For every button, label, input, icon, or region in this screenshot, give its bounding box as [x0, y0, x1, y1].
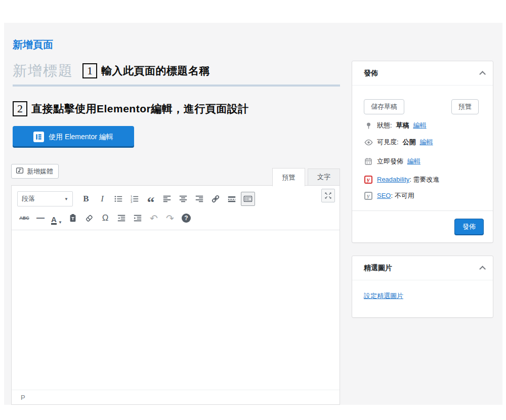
preview-button[interactable]: 預覽: [451, 99, 479, 114]
schedule-edit-link[interactable]: 編輯: [407, 157, 420, 166]
calendar-icon: [364, 157, 373, 165]
schedule-row: 立即發佈 編輯: [364, 157, 420, 166]
bullet-list-button[interactable]: [111, 192, 125, 206]
title-field-row: 新增標題 1 輸入此頁面的標題名稱: [13, 59, 342, 82]
status-edit-link[interactable]: 編輯: [413, 121, 427, 130]
screenshot-root: 新增頁面 新增標題 1 輸入此頁面的標題名稱 2 直接點擊使用Elementor…: [0, 0, 506, 420]
status-label: 狀態:: [377, 121, 392, 130]
element-path[interactable]: P: [21, 394, 25, 401]
title-input-underline: [13, 85, 340, 87]
tab-text-label: 文字: [317, 173, 330, 182]
help-icon: ?: [182, 214, 191, 223]
paragraph-format-select[interactable]: 段落 ▼: [17, 191, 73, 206]
collapse-chevron-icon[interactable]: [479, 71, 486, 77]
step1-text: 輸入此頁面的標題名稱: [101, 64, 210, 78]
chevron-down-icon: ▼: [58, 220, 62, 225]
elementor-icon: [33, 132, 44, 142]
step2-text: 直接點擊使用Elementor編輯，進行頁面設計: [31, 102, 249, 116]
horizontal-rule-button[interactable]: —: [33, 211, 48, 225]
redo-button[interactable]: ↷: [163, 211, 177, 225]
seo-value: : 不可用: [391, 192, 414, 199]
readability-row: y Readability: 需要改進: [364, 175, 440, 184]
readability-link[interactable]: Readability: [377, 176, 409, 183]
help-button[interactable]: ?: [179, 211, 193, 225]
status-row: 狀態: 草稿 編輯: [364, 121, 427, 130]
toolbar-row-2: ABC — A ▼ Ω: [17, 211, 193, 225]
editor-toolbar: 段落 ▼ B I 123 “: [12, 186, 340, 230]
paste-as-text-icon[interactable]: [66, 211, 80, 225]
special-character-button[interactable]: Ω: [98, 211, 112, 225]
yoast-readability-icon: y: [364, 176, 373, 184]
featured-panel-body: 設定精選圖片: [352, 280, 493, 312]
publish-panel-title: 發佈: [364, 69, 378, 78]
elementor-button-label: 使用 Elementor 編輯: [49, 133, 113, 142]
classic-editor: 段落 ▼ B I 123 “: [11, 185, 340, 405]
wp-admin-area: 新增頁面 新增標題 1 輸入此頁面的標題名稱 2 直接點擊使用Elementor…: [4, 23, 502, 405]
annotation-step1: 1 輸入此頁面的標題名稱: [82, 63, 210, 78]
seo-link[interactable]: SEO: [377, 192, 391, 199]
text-color-button[interactable]: A ▼: [50, 211, 64, 225]
read-more-tag-button[interactable]: [225, 192, 239, 206]
toolbar-row-1: 段落 ▼ B I 123 “: [17, 191, 255, 206]
collapse-chevron-icon[interactable]: [479, 266, 486, 272]
edit-with-elementor-button[interactable]: 使用 Elementor 編輯: [13, 126, 134, 148]
save-draft-button[interactable]: 儲存草稿: [364, 99, 404, 114]
annotation-step2: 2 直接點擊使用Elementor編輯，進行頁面設計: [13, 101, 249, 116]
clear-formatting-icon[interactable]: [82, 211, 96, 225]
text-color-glyph: A: [51, 216, 57, 225]
pin-icon: [364, 122, 373, 130]
visibility-value: 公開: [403, 138, 416, 147]
publish-panel: 發佈 儲存草稿 預覽 狀態: 草稿 編輯 可見度: 公開 編輯: [352, 61, 493, 243]
featured-panel-header[interactable]: 精選圖片: [352, 256, 493, 280]
status-value: 草稿: [396, 121, 409, 130]
step1-number-badge: 1: [82, 63, 97, 78]
publish-panel-header[interactable]: 發佈: [352, 61, 493, 86]
paragraph-select-value: 段落: [22, 194, 35, 203]
title-input[interactable]: 新增標題: [13, 61, 73, 80]
yoast-seo-icon: y: [364, 192, 373, 200]
bold-button[interactable]: B: [79, 192, 93, 206]
publish-footer-divider: [352, 211, 493, 211]
tab-visual-label: 預覽: [282, 173, 296, 182]
editor-status-bar: P: [12, 390, 340, 404]
readability-value: : 需要改進: [409, 176, 439, 183]
link-icon[interactable]: [208, 192, 223, 206]
schedule-label: 立即發佈: [377, 157, 403, 166]
blockquote-button[interactable]: “: [144, 192, 158, 206]
align-left-button[interactable]: [160, 192, 174, 206]
seo-row: y SEO: 不可用: [364, 191, 414, 200]
set-featured-image-link[interactable]: 設定精選圖片: [364, 292, 403, 300]
outdent-button[interactable]: [114, 211, 129, 225]
numbered-list-button[interactable]: 123: [128, 192, 142, 206]
tab-text[interactable]: 文字: [308, 169, 340, 186]
eye-icon: [364, 138, 373, 147]
tab-visual[interactable]: 預覽: [272, 168, 305, 186]
visibility-edit-link[interactable]: 編輯: [420, 138, 433, 147]
align-right-button[interactable]: [192, 192, 206, 206]
chevron-down-icon: ▼: [64, 197, 68, 201]
align-center-button[interactable]: [176, 192, 190, 206]
strikethrough-button[interactable]: ABC: [17, 211, 31, 225]
media-icon: [16, 166, 24, 176]
undo-button[interactable]: ↶: [147, 211, 161, 225]
add-media-label: 新增媒體: [27, 167, 53, 176]
step2-number-badge: 2: [13, 101, 27, 116]
page-title: 新增頁面: [13, 38, 53, 52]
editor-content-area[interactable]: [12, 230, 340, 390]
featured-panel-title: 精選圖片: [364, 264, 392, 273]
distraction-free-button[interactable]: [321, 189, 335, 202]
add-media-button[interactable]: 新增媒體: [11, 164, 59, 179]
publish-button[interactable]: 發佈: [454, 219, 484, 235]
italic-button[interactable]: I: [95, 192, 109, 206]
indent-button[interactable]: [131, 211, 145, 225]
featured-image-panel: 精選圖片 設定精選圖片: [352, 256, 493, 318]
visibility-row: 可見度: 公開 編輯: [364, 138, 433, 147]
visibility-label: 可見度:: [377, 138, 399, 147]
toolbar-toggle-button[interactable]: [241, 192, 255, 206]
svg-text:3: 3: [131, 200, 132, 203]
